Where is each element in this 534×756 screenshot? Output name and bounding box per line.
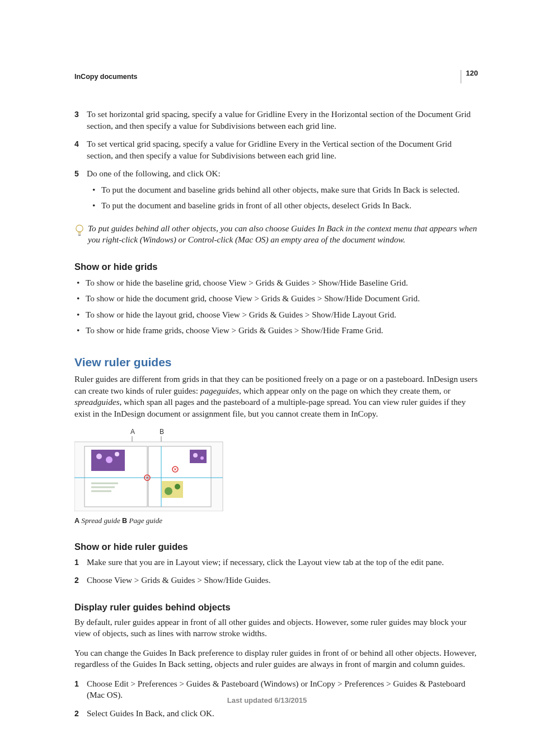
step-text: To set horizontal grid spacing, specify … [87, 109, 478, 132]
step-text: Select Guides In Back, and click OK. [87, 708, 478, 720]
running-header: InCopy documents [74, 73, 478, 81]
svg-point-25 [200, 456, 204, 460]
heading-show-hide-ruler: Show or hide ruler guides [74, 540, 478, 553]
show-hide-ruler-steps: 1 Make sure that you are in Layout view;… [74, 557, 478, 586]
step-text-inner: Do one of the following, and click OK: [87, 169, 221, 178]
svg-point-19 [115, 452, 119, 456]
caption-letter-a: A [74, 517, 79, 525]
figure-label-a: A [130, 428, 135, 436]
figure-caption: A Spread guide B Page guide [74, 516, 478, 526]
text-span: , which span all pages and the pasteboar… [74, 397, 466, 418]
step-text: To set vertical grid spacing, specify a … [87, 138, 478, 161]
caption-letter-b: B [122, 517, 127, 525]
svg-point-17 [96, 454, 102, 459]
step-text: Do one of the following, and click OK: T… [87, 168, 478, 216]
text-span: , which appear only on the page on which… [239, 386, 451, 395]
svg-point-28 [175, 484, 180, 489]
text-span-italic: spreadguides [74, 397, 119, 407]
step-number: 2 [74, 708, 87, 720]
tip-callout: To put guides behind all other objects, … [74, 223, 478, 246]
caption-text-b: Page guide [127, 516, 162, 525]
caption-text-a: Spread guide [79, 516, 122, 525]
sub-bullet-item: To put the document and baseline grids i… [87, 200, 478, 212]
heading-show-hide-grids: Show or hide grids [74, 260, 478, 273]
ruler-guides-figure: A B [74, 427, 478, 526]
svg-point-27 [165, 487, 172, 495]
view-ruler-intro: Ruler guides are different from grids in… [74, 374, 478, 419]
step-text: Make sure that you are in Layout view; i… [87, 557, 478, 568]
sub-bullet-item: To put the document and baseline grids b… [87, 184, 478, 196]
heading-display-behind: Display ruler guides behind objects [74, 601, 478, 613]
sub-bullets: To put the document and baseline grids b… [87, 184, 478, 212]
step-number: 3 [74, 109, 87, 132]
page-number: 120 [461, 70, 478, 83]
display-behind-p2: You can change the Guides In Back prefer… [74, 647, 478, 670]
show-hide-grids-list: To show or hide the baseline grid, choos… [74, 277, 478, 337]
step-number: 1 [74, 557, 87, 568]
steps-list-a: 3 To set horizontal grid spacing, specif… [74, 109, 478, 216]
text-span-italic: pageguides [200, 386, 239, 395]
list-item: To show or hide frame grids, choose View… [74, 325, 478, 337]
list-item: To show or hide the baseline grid, choos… [74, 277, 478, 289]
heading-view-ruler-guides: View ruler guides [74, 354, 478, 370]
svg-point-18 [106, 456, 113, 463]
footer-updated: Last updated 6/13/2015 [0, 696, 534, 704]
step-number: 5 [74, 168, 87, 216]
tip-text: To put guides behind all other objects, … [88, 223, 478, 246]
display-behind-p1: By default, ruler guides appear in front… [74, 617, 478, 640]
step-text: Choose View > Grids & Guides > Show/Hide… [87, 575, 478, 586]
svg-rect-23 [190, 450, 207, 463]
list-item: To show or hide the document grid, choos… [74, 293, 478, 305]
figure-svg: A B [74, 427, 224, 511]
list-item: To show or hide the layout grid, choose … [74, 309, 478, 321]
step-number: 4 [74, 138, 87, 161]
lightbulb-icon [74, 228, 85, 238]
step-number: 2 [74, 575, 87, 586]
svg-point-0 [76, 225, 83, 231]
figure-label-b: B [160, 428, 164, 436]
svg-point-24 [193, 453, 198, 458]
